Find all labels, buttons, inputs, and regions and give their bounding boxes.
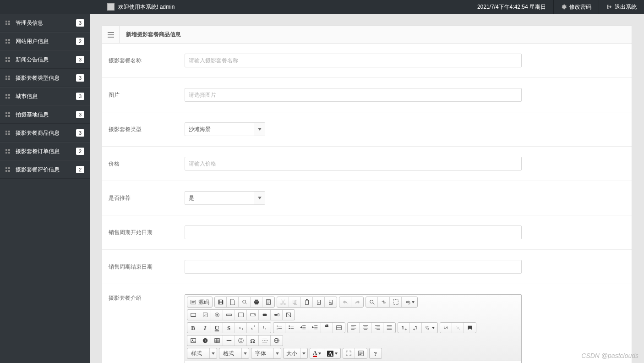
change-password-link[interactable]: 修改密码 bbox=[554, 0, 599, 14]
templates-button[interactable] bbox=[262, 297, 274, 307]
spellcheck-button[interactable]: ab bbox=[402, 297, 417, 307]
ltr-button[interactable]: ¶ bbox=[398, 323, 410, 333]
align-justify-button[interactable] bbox=[383, 323, 395, 333]
about-button[interactable]: ? bbox=[370, 348, 382, 358]
sidebar-item-package-types[interactable]: 摄影套餐类型信息3 bbox=[0, 69, 90, 87]
page-break-button[interactable] bbox=[259, 336, 271, 346]
save-button[interactable] bbox=[215, 297, 227, 307]
type-select[interactable]: 沙滩海景 bbox=[185, 122, 265, 136]
unlink-button[interactable] bbox=[452, 323, 464, 333]
textarea-button[interactable] bbox=[235, 310, 247, 320]
outdent-button[interactable] bbox=[297, 323, 309, 333]
sidebar-item-admin[interactable]: 管理员信息3 bbox=[0, 14, 90, 32]
iframe-button[interactable] bbox=[271, 336, 283, 346]
sidebar-item-reviews[interactable]: 摄影套餐评价信息2 bbox=[0, 160, 90, 179]
align-left-button[interactable] bbox=[348, 323, 360, 333]
button-field-button[interactable] bbox=[259, 310, 271, 320]
underline-button[interactable]: U bbox=[211, 323, 223, 333]
recommend-label: 是否推荐 bbox=[109, 194, 185, 202]
end-date-input[interactable] bbox=[185, 260, 522, 274]
table-button[interactable] bbox=[211, 336, 223, 346]
bg-color-button[interactable]: A bbox=[324, 348, 340, 358]
form-icon bbox=[190, 312, 196, 318]
subscript-button[interactable]: x2 bbox=[235, 323, 247, 333]
text-color-button[interactable]: A bbox=[310, 348, 324, 358]
show-blocks-button[interactable] bbox=[355, 348, 367, 358]
menu-toggle[interactable] bbox=[102, 26, 120, 44]
text-field-button[interactable] bbox=[223, 310, 235, 320]
sidebar-item-bases[interactable]: 拍摄基地信息3 bbox=[0, 105, 90, 124]
font-combo[interactable]: 字体 bbox=[251, 348, 281, 359]
format-combo[interactable]: 格式 bbox=[219, 348, 249, 359]
bullet-list-button[interactable] bbox=[285, 323, 297, 333]
hr-button[interactable] bbox=[223, 336, 235, 346]
anchor-button[interactable] bbox=[464, 323, 476, 333]
image-button-button[interactable] bbox=[271, 310, 283, 320]
sidebar-item-cities[interactable]: 城市信息3 bbox=[0, 87, 90, 105]
select-all-button[interactable] bbox=[390, 297, 402, 307]
bold-button[interactable]: B bbox=[187, 323, 199, 333]
name-input[interactable] bbox=[185, 54, 522, 67]
price-input[interactable] bbox=[185, 157, 522, 170]
dropdown-button[interactable] bbox=[254, 123, 265, 136]
form-button[interactable] bbox=[187, 310, 199, 320]
radio-button[interactable] bbox=[211, 310, 223, 320]
style-combo[interactable]: 样式 bbox=[187, 348, 217, 359]
sidebar-item-orders[interactable]: 摄影套餐订单信息2 bbox=[0, 142, 90, 160]
source-button[interactable]: 源码 bbox=[187, 297, 212, 307]
new-page-button[interactable] bbox=[227, 297, 239, 307]
select-field-button[interactable] bbox=[247, 310, 259, 320]
align-center-icon bbox=[362, 324, 369, 331]
dropdown-button[interactable] bbox=[254, 192, 265, 204]
paste-button[interactable] bbox=[301, 297, 313, 307]
remove-format-button[interactable]: Ix bbox=[259, 323, 271, 333]
copy-icon bbox=[292, 299, 298, 305]
smiley-button[interactable] bbox=[235, 336, 247, 346]
svg-point-22 bbox=[216, 314, 218, 316]
checkbox-button[interactable] bbox=[199, 310, 211, 320]
replace-button[interactable] bbox=[378, 297, 390, 307]
hidden-field-button[interactable] bbox=[283, 310, 295, 320]
undo-button[interactable] bbox=[339, 297, 351, 307]
svg-text:T: T bbox=[318, 301, 320, 304]
superscript-button[interactable]: x2 bbox=[247, 323, 259, 333]
link-button[interactable] bbox=[440, 323, 452, 333]
cut-button[interactable] bbox=[277, 297, 289, 307]
paste-text-button[interactable]: T bbox=[313, 297, 325, 307]
numbered-list-button[interactable]: 12 bbox=[273, 323, 285, 333]
strike-button[interactable]: S bbox=[223, 323, 235, 333]
sidebar-item-label: 城市信息 bbox=[16, 93, 76, 100]
svg-point-50 bbox=[240, 339, 240, 340]
print-button[interactable] bbox=[251, 297, 262, 307]
image-input[interactable] bbox=[185, 88, 522, 102]
align-right-button[interactable] bbox=[371, 323, 383, 333]
image-button[interactable] bbox=[187, 336, 199, 346]
sidebar-item-users[interactable]: 网站用户信息2 bbox=[0, 32, 90, 50]
copy-button[interactable] bbox=[289, 297, 301, 307]
sidebar-item-packages[interactable]: 摄影套餐商品信息3 bbox=[0, 124, 90, 142]
editor-body[interactable] bbox=[185, 361, 521, 363]
find-button[interactable] bbox=[366, 297, 378, 307]
redo-button[interactable] bbox=[351, 297, 363, 307]
size-combo[interactable]: 大小 bbox=[283, 348, 308, 359]
flash-button[interactable]: f bbox=[199, 336, 211, 346]
align-center-button[interactable] bbox=[360, 323, 371, 333]
blockquote-button[interactable]: ❝ bbox=[321, 323, 333, 333]
italic-button[interactable]: I bbox=[199, 323, 211, 333]
rtl-icon: ¶ bbox=[413, 324, 419, 331]
sidebar-item-label: 摄影套餐类型信息 bbox=[16, 74, 76, 82]
row-image: 图片 bbox=[102, 78, 632, 112]
paste-word-button[interactable]: W bbox=[325, 297, 337, 307]
rtl-button[interactable]: ¶ bbox=[410, 323, 422, 333]
superscript-icon: x2 bbox=[250, 324, 256, 331]
language-button[interactable]: 话 bbox=[422, 323, 437, 333]
logout-link[interactable]: 退出系统 bbox=[599, 0, 644, 14]
div-button[interactable] bbox=[333, 323, 345, 333]
special-char-button[interactable]: Ω bbox=[247, 336, 259, 346]
start-date-input[interactable] bbox=[185, 226, 522, 239]
recommend-select[interactable]: 是 bbox=[185, 191, 265, 205]
preview-button[interactable] bbox=[239, 297, 251, 307]
sidebar-item-news[interactable]: 新闻公告信息3 bbox=[0, 50, 90, 69]
indent-button[interactable] bbox=[309, 323, 321, 333]
maximize-button[interactable] bbox=[343, 348, 355, 358]
